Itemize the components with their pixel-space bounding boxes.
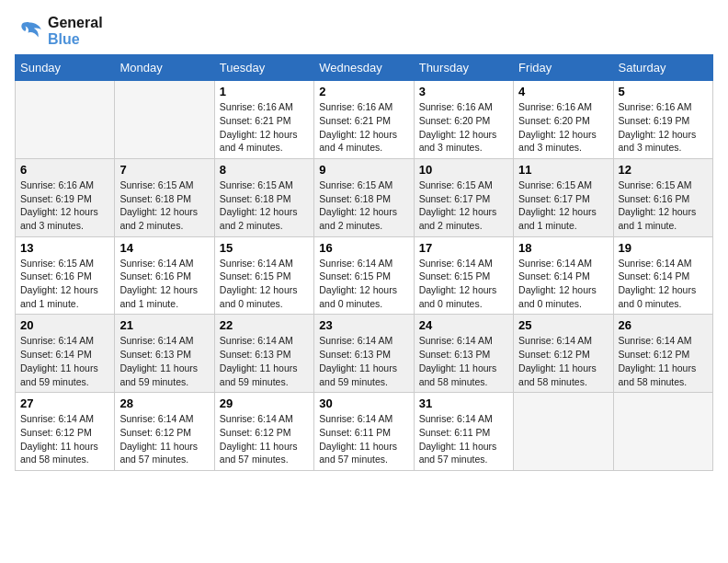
day-info: Sunrise: 6:14 AM Sunset: 6:13 PM Dayligh… [319,334,408,388]
calendar-cell: 3Sunrise: 6:16 AM Sunset: 6:20 PM Daylig… [414,81,513,159]
calendar-body: 1Sunrise: 6:16 AM Sunset: 6:21 PM Daylig… [16,81,713,471]
day-number: 5 [619,85,708,98]
calendar-cell: 27Sunrise: 6:14 AM Sunset: 6:12 PM Dayli… [16,393,115,471]
calendar-week-row: 27Sunrise: 6:14 AM Sunset: 6:12 PM Dayli… [16,393,713,471]
day-info: Sunrise: 6:14 AM Sunset: 6:11 PM Dayligh… [319,412,408,466]
day-info: Sunrise: 6:14 AM Sunset: 6:13 PM Dayligh… [220,334,309,388]
logo-text-line1: General [48,15,103,31]
day-info: Sunrise: 6:16 AM Sunset: 6:20 PM Dayligh… [419,100,508,155]
logo-icon [15,17,44,46]
calendar-cell: 31Sunrise: 6:14 AM Sunset: 6:11 PM Dayli… [414,393,513,471]
day-info: Sunrise: 6:14 AM Sunset: 6:14 PM Dayligh… [20,334,109,388]
day-info: Sunrise: 6:15 AM Sunset: 6:18 PM Dayligh… [319,178,408,233]
calendar-cell: 8Sunrise: 6:15 AM Sunset: 6:18 PM Daylig… [214,158,313,236]
day-info: Sunrise: 6:14 AM Sunset: 6:11 PM Dayligh… [419,412,508,466]
day-number: 15 [220,241,309,255]
calendar-cell [16,81,115,159]
calendar-cell [613,393,712,471]
calendar-cell: 17Sunrise: 6:14 AM Sunset: 6:15 PM Dayli… [414,236,513,315]
day-info: Sunrise: 6:16 AM Sunset: 6:20 PM Dayligh… [518,100,608,155]
day-number: 13 [20,241,109,255]
calendar-cell: 15Sunrise: 6:14 AM Sunset: 6:15 PM Dayli… [214,236,313,315]
day-info: Sunrise: 6:15 AM Sunset: 6:18 PM Dayligh… [119,178,209,233]
day-number: 26 [619,318,708,332]
day-number: 22 [220,318,309,332]
day-number: 30 [319,396,408,410]
day-number: 19 [619,241,708,255]
calendar-cell: 13Sunrise: 6:15 AM Sunset: 6:16 PM Dayli… [16,236,115,315]
day-number: 20 [20,318,109,332]
day-number: 28 [119,396,209,410]
day-info: Sunrise: 6:15 AM Sunset: 6:18 PM Dayligh… [220,178,309,233]
day-number: 1 [220,85,309,98]
day-number: 27 [20,396,109,410]
calendar-cell: 9Sunrise: 6:15 AM Sunset: 6:18 PM Daylig… [314,158,414,236]
calendar-cell: 6Sunrise: 6:16 AM Sunset: 6:19 PM Daylig… [16,158,115,236]
calendar-cell: 5Sunrise: 6:16 AM Sunset: 6:19 PM Daylig… [613,81,712,159]
calendar-cell: 21Sunrise: 6:14 AM Sunset: 6:13 PM Dayli… [115,315,214,393]
calendar-cell: 14Sunrise: 6:14 AM Sunset: 6:16 PM Dayli… [115,236,214,315]
day-info: Sunrise: 6:14 AM Sunset: 6:13 PM Dayligh… [419,334,508,388]
day-number: 14 [119,241,209,255]
day-info: Sunrise: 6:14 AM Sunset: 6:14 PM Dayligh… [619,257,708,311]
day-number: 18 [518,241,608,255]
day-number: 24 [419,318,508,332]
calendar-cell: 19Sunrise: 6:14 AM Sunset: 6:14 PM Dayli… [613,236,712,315]
calendar-header-monday: Monday [115,55,214,81]
day-number: 25 [518,318,608,332]
day-info: Sunrise: 6:14 AM Sunset: 6:12 PM Dayligh… [220,412,309,466]
day-number: 8 [220,163,309,177]
day-info: Sunrise: 6:14 AM Sunset: 6:13 PM Dayligh… [119,334,209,388]
calendar-week-row: 20Sunrise: 6:14 AM Sunset: 6:14 PM Dayli… [16,315,713,393]
day-number: 2 [319,85,408,98]
calendar-cell: 18Sunrise: 6:14 AM Sunset: 6:14 PM Dayli… [514,236,613,315]
day-info: Sunrise: 6:14 AM Sunset: 6:14 PM Dayligh… [518,257,608,311]
day-number: 23 [319,318,408,332]
calendar-header-tuesday: Tuesday [214,55,313,81]
logo-text-line2: Blue [48,31,103,48]
calendar-header-row: SundayMondayTuesdayWednesdayThursdayFrid… [16,55,713,81]
calendar-cell: 24Sunrise: 6:14 AM Sunset: 6:13 PM Dayli… [414,315,513,393]
calendar-header-saturday: Saturday [613,55,712,81]
day-number: 4 [518,85,608,98]
calendar-cell: 4Sunrise: 6:16 AM Sunset: 6:20 PM Daylig… [514,81,613,159]
calendar-cell [514,393,613,471]
calendar-week-row: 13Sunrise: 6:15 AM Sunset: 6:16 PM Dayli… [16,236,713,315]
calendar-cell [115,81,214,159]
calendar-cell: 2Sunrise: 6:16 AM Sunset: 6:21 PM Daylig… [314,81,414,159]
day-number: 6 [20,163,109,177]
day-number: 31 [419,396,508,410]
day-info: Sunrise: 6:16 AM Sunset: 6:21 PM Dayligh… [319,100,408,155]
calendar-cell: 22Sunrise: 6:14 AM Sunset: 6:13 PM Dayli… [214,315,313,393]
day-number: 7 [119,163,209,177]
calendar-cell: 20Sunrise: 6:14 AM Sunset: 6:14 PM Dayli… [16,315,115,393]
calendar-header-sunday: Sunday [16,55,115,81]
day-info: Sunrise: 6:14 AM Sunset: 6:15 PM Dayligh… [220,257,309,311]
day-info: Sunrise: 6:14 AM Sunset: 6:15 PM Dayligh… [419,257,508,311]
calendar-header-wednesday: Wednesday [314,55,414,81]
day-number: 10 [419,163,508,177]
page-header: General Blue [15,15,713,47]
day-info: Sunrise: 6:15 AM Sunset: 6:16 PM Dayligh… [619,178,708,233]
logo: General Blue [15,15,103,47]
calendar-cell: 23Sunrise: 6:14 AM Sunset: 6:13 PM Dayli… [314,315,414,393]
day-number: 16 [319,241,408,255]
calendar-header-friday: Friday [514,55,613,81]
calendar-cell: 12Sunrise: 6:15 AM Sunset: 6:16 PM Dayli… [613,158,712,236]
day-info: Sunrise: 6:15 AM Sunset: 6:17 PM Dayligh… [419,178,508,233]
calendar-cell: 1Sunrise: 6:16 AM Sunset: 6:21 PM Daylig… [214,81,313,159]
day-info: Sunrise: 6:15 AM Sunset: 6:16 PM Dayligh… [20,257,109,311]
calendar-week-row: 1Sunrise: 6:16 AM Sunset: 6:21 PM Daylig… [16,81,713,159]
calendar-cell: 26Sunrise: 6:14 AM Sunset: 6:12 PM Dayli… [613,315,712,393]
calendar-cell: 7Sunrise: 6:15 AM Sunset: 6:18 PM Daylig… [115,158,214,236]
calendar-header-thursday: Thursday [414,55,513,81]
day-info: Sunrise: 6:14 AM Sunset: 6:12 PM Dayligh… [619,334,708,388]
day-number: 11 [518,163,608,177]
day-info: Sunrise: 6:14 AM Sunset: 6:12 PM Dayligh… [20,412,109,466]
calendar-cell: 11Sunrise: 6:15 AM Sunset: 6:17 PM Dayli… [514,158,613,236]
calendar-week-row: 6Sunrise: 6:16 AM Sunset: 6:19 PM Daylig… [16,158,713,236]
calendar-cell: 29Sunrise: 6:14 AM Sunset: 6:12 PM Dayli… [214,393,313,471]
day-number: 21 [119,318,209,332]
day-info: Sunrise: 6:16 AM Sunset: 6:21 PM Dayligh… [220,100,309,155]
calendar-cell: 10Sunrise: 6:15 AM Sunset: 6:17 PM Dayli… [414,158,513,236]
